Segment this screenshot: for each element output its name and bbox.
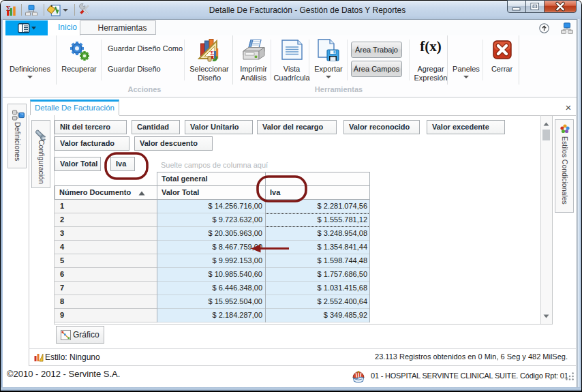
svg-text:Σ: Σ [211, 50, 215, 57]
